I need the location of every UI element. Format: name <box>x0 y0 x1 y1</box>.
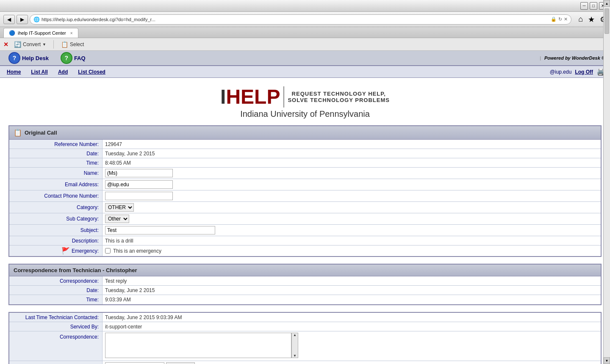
reference-number-value: 129647 <box>103 140 601 149</box>
emergency-label: 🚩 Emergency: <box>9 245 103 256</box>
last-contact-row: Last Time Technician Contacted: Tuesday,… <box>9 313 601 322</box>
convert-label: Convert <box>23 41 41 47</box>
select-icon: 📋 <box>61 41 68 48</box>
home-browser-icon[interactable]: ⌂ <box>578 15 583 24</box>
name-label: Name: <box>9 168 103 179</box>
logo-tagline2: SOLVE TECHNOLOGY PROBLEMS <box>288 97 389 103</box>
back-button[interactable]: ◀ <box>3 15 15 24</box>
favorites-icon[interactable]: ★ <box>588 15 595 24</box>
serviced-by-value: it-support-center <box>103 322 601 331</box>
powered-by: Powered by WonderDesk ® <box>544 55 605 61</box>
right-scrollbar[interactable]: ▲ ▼ <box>603 0 610 364</box>
last-contact-value: Tuesday, June 2 2015 9:03:39 AM <box>103 313 601 322</box>
emergency-checkbox[interactable] <box>105 248 111 254</box>
time-row: Time: 8:48:05 AM <box>9 158 601 168</box>
category-select[interactable]: OTHER <box>105 203 134 212</box>
helpdesk-nav-item[interactable]: ? Help Desk <box>5 51 52 65</box>
maximize-button[interactable]: □ <box>590 2 597 10</box>
tab-close-icon[interactable]: × <box>70 31 73 36</box>
logo-tagline1: REQUEST TECHNOLOGY HELP, <box>288 91 389 97</box>
logo-text-group: I HELP <box>220 87 280 107</box>
bottom-correspondence-value: ▲ ▼ <box>103 331 601 361</box>
subject-input[interactable] <box>105 226 215 234</box>
name-input[interactable] <box>105 169 173 177</box>
date-label: Date: <box>9 149 103 158</box>
convert-dropdown-icon[interactable]: ▼ <box>42 42 46 47</box>
logo-help: HELP <box>226 87 280 107</box>
mini-scrollbar: ▲ ▼ <box>291 333 298 358</box>
email-row: Email Address: <box>9 179 601 190</box>
active-tab[interactable]: 🔵 ihelp IT-Support Center × <box>3 28 78 38</box>
list-closed-link[interactable]: List Closed <box>76 68 107 76</box>
emergency-checkbox-text: This is an emergency <box>113 248 161 254</box>
phone-row: Contact Phone Number: <box>9 190 601 202</box>
top-right-nav: | Powered by WonderDesk ® <box>540 55 605 61</box>
tab-favicon: 🔵 <box>9 30 15 36</box>
browse-button[interactable]: Browse... <box>166 362 195 364</box>
flag-icon: 🚩 <box>61 247 70 255</box>
emergency-checkbox-label[interactable]: This is an emergency <box>105 248 161 254</box>
scroll-up-icon[interactable]: ▲ <box>293 333 297 337</box>
serviced-by-row: Serviced By: it-support-center <box>9 322 601 331</box>
scroll-thumb[interactable] <box>604 8 609 34</box>
phone-value <box>103 190 601 201</box>
convert-button[interactable]: 🔄 Convert ▼ <box>10 39 50 50</box>
star-icon[interactable]: ✕ <box>564 17 568 22</box>
refresh-icon[interactable]: ↻ <box>558 17 562 22</box>
nav-bar: ◀ ▶ 🌐 https://ihelp.iup.edu/wonderdesk.c… <box>0 12 610 27</box>
corr-time-label: Time: <box>9 295 103 304</box>
scroll-track[interactable] <box>604 7 610 357</box>
title-bar-controls: ─ □ ✕ <box>580 2 607 10</box>
last-contact-label: Last Time Technician Contacted: <box>9 313 103 322</box>
browser-fav-icons: ⌂ ★ ⚙ <box>578 15 607 24</box>
convert-icon: 🔄 <box>14 41 21 48</box>
add-link[interactable]: Add <box>56 68 69 76</box>
corr-correspondence-label: Correspondence: <box>9 276 103 285</box>
faq-icon: ? <box>61 52 72 64</box>
time-label: Time: <box>9 158 103 167</box>
select-label: Select <box>70 41 84 47</box>
original-call-header: 📋 Original Call <box>9 126 601 140</box>
attach-file-input[interactable] <box>105 362 164 364</box>
forward-button[interactable]: ▶ <box>17 15 28 24</box>
subject-label: Subject: <box>9 225 103 236</box>
lock-icon: 🔒 <box>551 17 557 22</box>
logoff-link[interactable]: Log Off <box>575 69 593 75</box>
list-all-link[interactable]: List All <box>29 68 50 76</box>
time-value: 8:48:05 AM <box>103 158 601 167</box>
reference-number-row: Reference Number: 129647 <box>9 140 601 149</box>
logo-right: REQUEST TECHNOLOGY HELP, SOLVE TECHNOLOG… <box>288 91 389 103</box>
name-row: Name: <box>9 168 601 179</box>
forward-icon: ▶ <box>20 17 24 22</box>
corr-time-row: Time: 9:03:39 AM <box>9 295 601 304</box>
back-icon: ◀ <box>7 17 11 22</box>
tab-bar: 🔵 ihelp IT-Support Center × <box>0 27 610 38</box>
home-link[interactable]: Home <box>5 68 22 76</box>
description-value: This is a drill <box>103 236 601 245</box>
bottom-correspondence-row: Correspondence: ▲ ▼ <box>9 331 601 361</box>
date-value: Tuesday, June 2 2015 <box>103 149 601 158</box>
email-input[interactable] <box>105 180 173 189</box>
select-button[interactable]: 📋 Select <box>57 39 88 50</box>
subcategory-row: Sub Category: Other <box>9 213 601 225</box>
subcategory-value: Other <box>103 213 601 224</box>
tab-label: ihelp IT-Support Center <box>18 30 66 36</box>
correspondence-textarea[interactable] <box>105 333 291 358</box>
phone-input[interactable] <box>105 192 173 200</box>
scroll-up-button[interactable]: ▲ <box>604 0 610 7</box>
x-icon: ✕ <box>3 41 8 48</box>
attach-file-label: Attach File: <box>9 361 103 364</box>
corr-correspondence-value: Test reply <box>103 276 601 285</box>
scroll-down-icon[interactable]: ▼ <box>293 354 297 358</box>
name-value <box>103 168 601 179</box>
minimize-button[interactable]: ─ <box>580 2 588 10</box>
scroll-down-button[interactable]: ▼ <box>604 357 610 364</box>
faq-nav-item[interactable]: ? FAQ <box>57 51 89 65</box>
address-bar[interactable]: 🌐 https://ihelp.iup.edu/wonderdesk.cgi?d… <box>30 14 571 25</box>
correspondence-section: Correspondence from Technician - Christo… <box>8 264 602 305</box>
subcategory-label: Sub Category: <box>9 213 103 224</box>
corr-date-row: Date: Tuesday, June 2 2015 <box>9 286 601 295</box>
university-name: Indiana University of Pennsylvania <box>0 109 610 119</box>
subcategory-select[interactable]: Other <box>105 215 129 223</box>
original-call-section: 📋 Original Call Reference Number: 129647… <box>8 125 602 257</box>
